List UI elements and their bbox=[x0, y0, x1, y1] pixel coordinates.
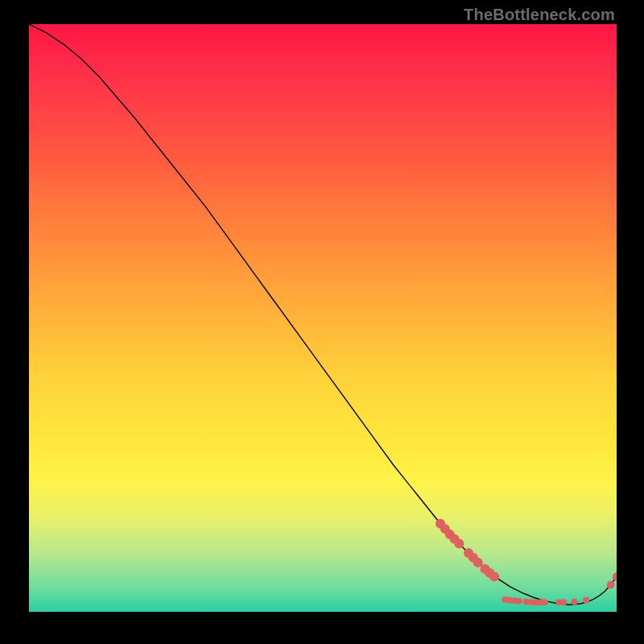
data-marker bbox=[583, 597, 589, 603]
bottleneck-curve bbox=[29, 24, 617, 605]
chart-root: TheBottleneck.com bbox=[0, 0, 644, 644]
data-marker bbox=[607, 580, 615, 588]
data-marker bbox=[560, 599, 567, 605]
data-marker bbox=[489, 572, 499, 581]
curve-layer bbox=[29, 24, 617, 612]
plot-area bbox=[29, 24, 617, 612]
data-marker bbox=[613, 572, 617, 580]
data-marker bbox=[571, 599, 577, 605]
data-marker bbox=[542, 599, 548, 605]
data-markers bbox=[436, 519, 617, 606]
watermark: TheBottleneck.com bbox=[464, 6, 615, 23]
data-marker bbox=[454, 539, 464, 548]
data-marker bbox=[516, 598, 522, 605]
